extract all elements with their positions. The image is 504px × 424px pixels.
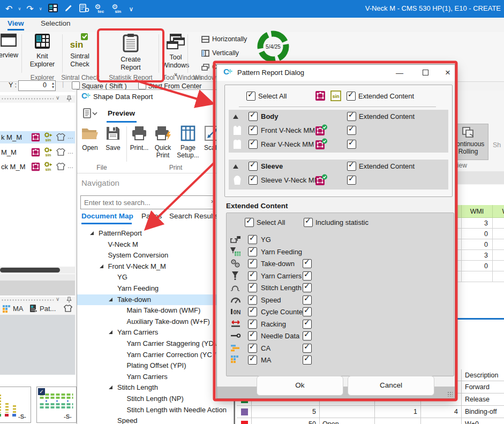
tree-item-yarn-carrier-correction-yc-yc[interactable]: Yarn Carrier Correction (YC / YC	[77, 350, 234, 360]
including-statistic-checkbox[interactable]	[304, 218, 313, 227]
tab-selection[interactable]: Selection	[41, 19, 71, 27]
more-ellipsis[interactable]: ...	[67, 162, 73, 170]
tree-expander-icon[interactable]	[109, 298, 112, 301]
row-second-checkbox[interactable]	[303, 320, 312, 329]
sin-gear-icon[interactable]: sin	[43, 132, 54, 144]
tshirt-stamp-icon[interactable]	[63, 304, 73, 315]
minimize-button[interactable]: —	[390, 65, 409, 81]
shapes-icon[interactable]	[31, 133, 40, 143]
row-second-checkbox[interactable]	[303, 296, 312, 305]
tree-item-yg[interactable]: YG	[77, 272, 234, 283]
start-from-center-checkbox[interactable]: Start From Center	[138, 81, 202, 90]
row-checkbox[interactable]	[248, 235, 257, 244]
ok-button[interactable]: Ok	[257, 376, 343, 396]
tec-gear-icon[interactable]: ⚙tec	[95, 3, 107, 15]
close-button[interactable]: ×	[439, 65, 457, 81]
tree-item-yarn-carriers[interactable]: Yarn Carriers	[77, 372, 234, 382]
tech-report-icon[interactable]	[79, 3, 89, 14]
row-checkbox[interactable]	[248, 307, 257, 316]
collapse-chevron-icon[interactable]: ∨	[56, 296, 59, 302]
row-checkbox[interactable]	[248, 259, 257, 268]
shapes-icon[interactable]	[31, 162, 40, 173]
page-setup-button[interactable]: Page Setup...	[176, 125, 200, 159]
select-all-checkbox[interactable]	[246, 92, 255, 101]
sintral-check-button[interactable]: sin Sintral Check	[63, 33, 96, 69]
print-button[interactable]: Print...	[129, 125, 150, 152]
row-checkbox[interactable]	[248, 271, 257, 281]
shape-report-titlebar[interactable]: C✛ Shape Data Report	[77, 90, 234, 104]
extended-content-checkbox[interactable]	[347, 92, 356, 101]
row-second-checkbox[interactable]	[303, 307, 312, 316]
chevron-down-icon[interactable]: ∨	[129, 6, 134, 12]
shape-row[interactable]: k M_Msin...	[0, 131, 75, 143]
tshirt-icon[interactable]	[56, 162, 66, 173]
row-checkbox[interactable]	[248, 296, 257, 305]
pattern-doc-icon[interactable]	[29, 304, 38, 315]
row-checkbox[interactable]	[248, 344, 257, 353]
tshirt-icon[interactable]	[56, 132, 66, 143]
more-ellipsis[interactable]: ...	[67, 147, 73, 155]
search-go-icon[interactable]: ›	[211, 197, 213, 205]
shape-row[interactable]: M_Msin...	[0, 146, 75, 158]
spin-down-icon[interactable]: ▾	[52, 85, 54, 89]
tree-item-stitch-length-with-needle-action[interactable]: Stitch Length with Needle Action	[77, 405, 234, 415]
maximize-button[interactable]	[416, 65, 434, 81]
pencil-icon[interactable]	[64, 3, 73, 14]
layout-grid-icon[interactable]	[48, 3, 58, 14]
module-selected-check-icon[interactable]: ✓	[38, 388, 45, 395]
piece-extended-checkbox[interactable]	[347, 140, 356, 149]
tree-item-auxiliary-take-down-w-f-[interactable]: Auxiliary Take-down (W+F)	[77, 316, 234, 327]
group-checkbox[interactable]	[249, 162, 258, 171]
app-menu-button[interactable]	[82, 108, 100, 120]
square-shift-checkbox[interactable]: Square ( Shift )	[72, 81, 127, 90]
tool-windows-button[interactable]: Tool Windows ∨	[161, 33, 191, 79]
row-checkbox[interactable]	[248, 247, 257, 256]
row-checkbox[interactable]	[248, 355, 257, 365]
row-second-checkbox[interactable]	[303, 283, 312, 292]
tree-item-stitch-length-np-[interactable]: Stitch Length (NP)	[77, 393, 234, 404]
row-second-checkbox[interactable]	[303, 355, 312, 365]
resize-grip[interactable]	[447, 391, 453, 397]
panel-drag-handle[interactable]: ∨	[0, 95, 75, 103]
pattern-label[interactable]: Pat...	[40, 305, 56, 313]
tree-item-yarn-carriers[interactable]: Yarn Carriers	[77, 327, 234, 338]
tree-expander-icon[interactable]	[109, 330, 112, 334]
group-extended-checkbox[interactable]	[347, 162, 356, 171]
cancel-button[interactable]: Cancel	[348, 376, 434, 396]
dialog-titlebar[interactable]: C✛ Pattern Report Dialog — ×	[217, 65, 455, 81]
overview-button[interactable]: erview	[0, 33, 20, 59]
tree-expander-icon[interactable]	[100, 264, 103, 268]
create-report-button[interactable]: Create Report	[112, 33, 149, 72]
ext-select-all-checkbox[interactable]	[245, 218, 254, 227]
sin-gear-icon[interactable]: sin	[43, 161, 54, 173]
scrollbar-thumb[interactable]	[0, 268, 60, 272]
pin-icon[interactable]	[66, 95, 72, 103]
piece-checkbox[interactable]	[249, 176, 258, 185]
y-spinner[interactable]: 0 ▴ ▾	[18, 80, 56, 91]
tab-document-map[interactable]: Document Map	[81, 212, 133, 220]
shapes-icon[interactable]	[31, 148, 40, 158]
more-ellipsis[interactable]: ...	[67, 132, 73, 140]
tree-expander-icon[interactable]	[90, 231, 94, 235]
group-extended-checkbox[interactable]	[347, 112, 356, 121]
collapse-arrow-icon[interactable]	[233, 115, 238, 119]
horizontal-scrollbar[interactable]	[0, 267, 75, 274]
tree-item-plating-offset-ypi-[interactable]: Plating Offset (YPI)	[77, 360, 234, 371]
sin-gear-icon[interactable]: ⚙sin	[112, 3, 124, 15]
tree-expander-icon[interactable]	[109, 385, 112, 389]
row-checkbox[interactable]	[248, 320, 257, 329]
piece-extended-checkbox[interactable]	[347, 176, 356, 185]
tree-item-take-down[interactable]: Take-down	[77, 294, 234, 305]
splitter-line[interactable]	[456, 318, 504, 320]
tab-preview[interactable]: Preview	[108, 109, 135, 117]
open-button[interactable]: Open	[79, 125, 101, 152]
save-button[interactable]: Save	[102, 125, 124, 152]
redo-icon[interactable]: ↷	[26, 5, 33, 13]
undo-dropdown-icon[interactable]: ∨	[18, 6, 21, 11]
tree-item-system-conversion[interactable]: System Conversion	[77, 250, 234, 261]
tab-pages[interactable]: Pages	[141, 212, 162, 220]
knit-explorer-button[interactable]: Knit Explorer	[25, 33, 60, 69]
search-input[interactable]	[83, 197, 203, 208]
shape-row[interactable]: ck M_Msin...	[0, 161, 75, 173]
collapse-arrow-icon[interactable]	[233, 164, 238, 169]
